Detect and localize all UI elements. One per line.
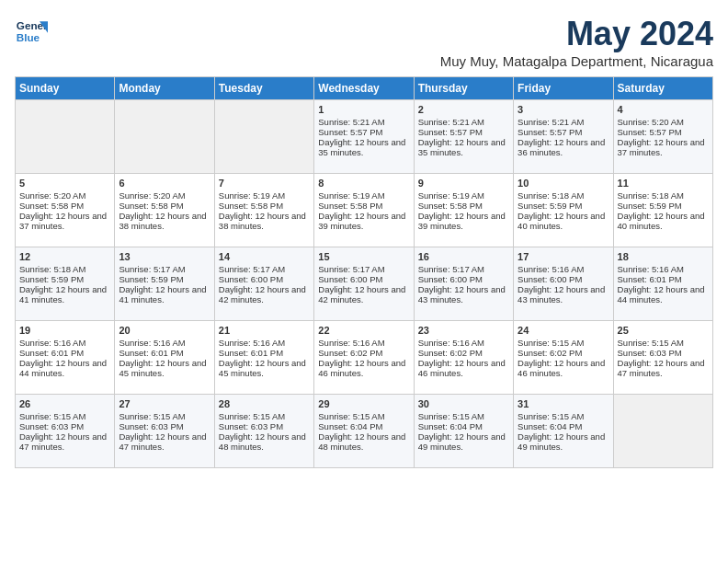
day-number: 30 bbox=[418, 398, 509, 409]
calendar-week-2: 5Sunrise: 5:20 AMSunset: 5:58 PMDaylight… bbox=[16, 174, 713, 247]
day-number: 4 bbox=[618, 104, 709, 115]
weekday-header-tuesday: Tuesday bbox=[214, 77, 313, 100]
calendar-body: 1Sunrise: 5:21 AMSunset: 5:57 PMDaylight… bbox=[16, 100, 713, 468]
daylight-text: Daylight: 12 hours and 46 minutes. bbox=[518, 358, 609, 378]
sunrise-text: Sunrise: 5:16 AM bbox=[19, 338, 110, 348]
logo-icon: General Blue bbox=[15, 15, 48, 48]
sunset-text: Sunset: 6:03 PM bbox=[219, 421, 310, 431]
sunrise-text: Sunrise: 5:19 AM bbox=[219, 190, 310, 201]
daylight-text: Daylight: 12 hours and 42 minutes. bbox=[219, 284, 310, 304]
weekday-header-sunday: Sunday bbox=[16, 77, 115, 100]
daylight-text: Daylight: 12 hours and 46 minutes. bbox=[318, 358, 409, 378]
sunrise-text: Sunrise: 5:15 AM bbox=[618, 338, 709, 348]
daylight-text: Daylight: 12 hours and 44 minutes. bbox=[19, 358, 110, 378]
sunrise-text: Sunrise: 5:15 AM bbox=[19, 411, 110, 421]
sunset-text: Sunset: 6:00 PM bbox=[318, 274, 409, 284]
daylight-text: Daylight: 12 hours and 40 minutes. bbox=[518, 211, 609, 231]
sunset-text: Sunset: 5:57 PM bbox=[518, 127, 609, 137]
sunset-text: Sunset: 6:02 PM bbox=[518, 348, 609, 358]
daylight-text: Daylight: 12 hours and 45 minutes. bbox=[119, 358, 210, 378]
sunset-text: Sunset: 6:01 PM bbox=[618, 274, 709, 284]
calendar-cell: 29Sunrise: 5:15 AMSunset: 6:04 PMDayligh… bbox=[314, 395, 414, 468]
sunrise-text: Sunrise: 5:16 AM bbox=[418, 338, 509, 348]
sunset-text: Sunset: 6:02 PM bbox=[318, 348, 409, 358]
calendar-cell bbox=[613, 395, 712, 468]
daylight-text: Daylight: 12 hours and 48 minutes. bbox=[318, 431, 409, 452]
calendar-cell bbox=[214, 100, 313, 174]
sunrise-text: Sunrise: 5:20 AM bbox=[618, 117, 709, 127]
calendar-cell: 4Sunrise: 5:20 AMSunset: 5:57 PMDaylight… bbox=[613, 100, 712, 174]
sunrise-text: Sunrise: 5:16 AM bbox=[219, 338, 310, 348]
calendar-week-3: 12Sunrise: 5:18 AMSunset: 5:59 PMDayligh… bbox=[16, 247, 713, 321]
daylight-text: Daylight: 12 hours and 41 minutes. bbox=[19, 284, 110, 304]
svg-text:Blue: Blue bbox=[17, 31, 40, 43]
sunrise-text: Sunrise: 5:17 AM bbox=[318, 264, 409, 274]
sunrise-text: Sunrise: 5:15 AM bbox=[518, 411, 609, 421]
calendar-cell bbox=[16, 100, 115, 174]
daylight-text: Daylight: 12 hours and 49 minutes. bbox=[518, 431, 609, 452]
calendar-cell: 10Sunrise: 5:18 AMSunset: 5:59 PMDayligh… bbox=[514, 174, 613, 247]
day-number: 1 bbox=[318, 104, 409, 115]
calendar-cell: 20Sunrise: 5:16 AMSunset: 6:01 PMDayligh… bbox=[115, 321, 214, 395]
calendar-cell: 30Sunrise: 5:15 AMSunset: 6:04 PMDayligh… bbox=[414, 395, 513, 468]
calendar-cell: 13Sunrise: 5:17 AMSunset: 5:59 PMDayligh… bbox=[115, 247, 214, 321]
daylight-text: Daylight: 12 hours and 37 minutes. bbox=[19, 211, 110, 231]
calendar-cell: 31Sunrise: 5:15 AMSunset: 6:04 PMDayligh… bbox=[514, 395, 613, 468]
sunset-text: Sunset: 5:59 PM bbox=[518, 201, 609, 211]
day-number: 3 bbox=[518, 104, 609, 115]
daylight-text: Daylight: 12 hours and 35 minutes. bbox=[318, 137, 409, 157]
calendar-week-4: 19Sunrise: 5:16 AMSunset: 6:01 PMDayligh… bbox=[16, 321, 713, 395]
sunset-text: Sunset: 5:57 PM bbox=[618, 127, 709, 137]
sunrise-text: Sunrise: 5:16 AM bbox=[119, 338, 210, 348]
calendar-week-1: 1Sunrise: 5:21 AMSunset: 5:57 PMDaylight… bbox=[16, 100, 713, 174]
day-number: 15 bbox=[318, 251, 409, 262]
sunset-text: Sunset: 5:58 PM bbox=[219, 201, 310, 211]
calendar-cell: 16Sunrise: 5:17 AMSunset: 6:00 PMDayligh… bbox=[414, 247, 513, 321]
calendar-cell: 18Sunrise: 5:16 AMSunset: 6:01 PMDayligh… bbox=[613, 247, 712, 321]
calendar-cell: 8Sunrise: 5:19 AMSunset: 5:58 PMDaylight… bbox=[314, 174, 414, 247]
page-header: General Blue May 2024 Muy Muy, Matagalpa… bbox=[15, 15, 713, 69]
sunrise-text: Sunrise: 5:18 AM bbox=[19, 264, 110, 274]
day-number: 2 bbox=[418, 104, 509, 115]
day-number: 8 bbox=[318, 178, 409, 189]
sunset-text: Sunset: 6:04 PM bbox=[418, 421, 509, 431]
calendar-cell: 19Sunrise: 5:16 AMSunset: 6:01 PMDayligh… bbox=[16, 321, 115, 395]
daylight-text: Daylight: 12 hours and 48 minutes. bbox=[219, 431, 310, 452]
day-number: 9 bbox=[418, 178, 509, 189]
daylight-text: Daylight: 12 hours and 38 minutes. bbox=[219, 211, 310, 231]
sunset-text: Sunset: 5:58 PM bbox=[19, 201, 110, 211]
daylight-text: Daylight: 12 hours and 35 minutes. bbox=[418, 137, 509, 157]
sunrise-text: Sunrise: 5:16 AM bbox=[518, 264, 609, 274]
sunrise-text: Sunrise: 5:17 AM bbox=[219, 264, 310, 274]
sunset-text: Sunset: 6:00 PM bbox=[418, 274, 509, 284]
sunset-text: Sunset: 6:00 PM bbox=[518, 274, 609, 284]
calendar-cell: 28Sunrise: 5:15 AMSunset: 6:03 PMDayligh… bbox=[214, 395, 313, 468]
sunrise-text: Sunrise: 5:15 AM bbox=[518, 338, 609, 348]
sunset-text: Sunset: 6:00 PM bbox=[219, 274, 310, 284]
sunrise-text: Sunrise: 5:19 AM bbox=[318, 190, 409, 201]
title-block: May 2024 Muy Muy, Matagalpa Department, … bbox=[440, 15, 713, 69]
calendar-cell: 23Sunrise: 5:16 AMSunset: 6:02 PMDayligh… bbox=[414, 321, 513, 395]
day-number: 22 bbox=[318, 325, 409, 336]
sunrise-text: Sunrise: 5:17 AM bbox=[418, 264, 509, 274]
sunrise-text: Sunrise: 5:15 AM bbox=[418, 411, 509, 421]
weekday-header-saturday: Saturday bbox=[613, 77, 712, 100]
day-number: 23 bbox=[418, 325, 509, 336]
sunset-text: Sunset: 6:03 PM bbox=[618, 348, 709, 358]
day-number: 24 bbox=[518, 325, 609, 336]
calendar-table: SundayMondayTuesdayWednesdayThursdayFrid… bbox=[15, 76, 713, 468]
calendar-cell: 5Sunrise: 5:20 AMSunset: 5:58 PMDaylight… bbox=[16, 174, 115, 247]
daylight-text: Daylight: 12 hours and 37 minutes. bbox=[618, 137, 709, 157]
sunset-text: Sunset: 5:58 PM bbox=[318, 201, 409, 211]
daylight-text: Daylight: 12 hours and 38 minutes. bbox=[119, 211, 210, 231]
daylight-text: Daylight: 12 hours and 36 minutes. bbox=[518, 137, 609, 157]
daylight-text: Daylight: 12 hours and 39 minutes. bbox=[418, 211, 509, 231]
day-number: 17 bbox=[518, 251, 609, 262]
sunrise-text: Sunrise: 5:19 AM bbox=[418, 190, 509, 201]
calendar-cell: 22Sunrise: 5:16 AMSunset: 6:02 PMDayligh… bbox=[314, 321, 414, 395]
sunrise-text: Sunrise: 5:21 AM bbox=[518, 117, 609, 127]
sunrise-text: Sunrise: 5:15 AM bbox=[318, 411, 409, 421]
daylight-text: Daylight: 12 hours and 39 minutes. bbox=[318, 211, 409, 231]
daylight-text: Daylight: 12 hours and 42 minutes. bbox=[318, 284, 409, 304]
logo: General Blue bbox=[15, 15, 48, 48]
